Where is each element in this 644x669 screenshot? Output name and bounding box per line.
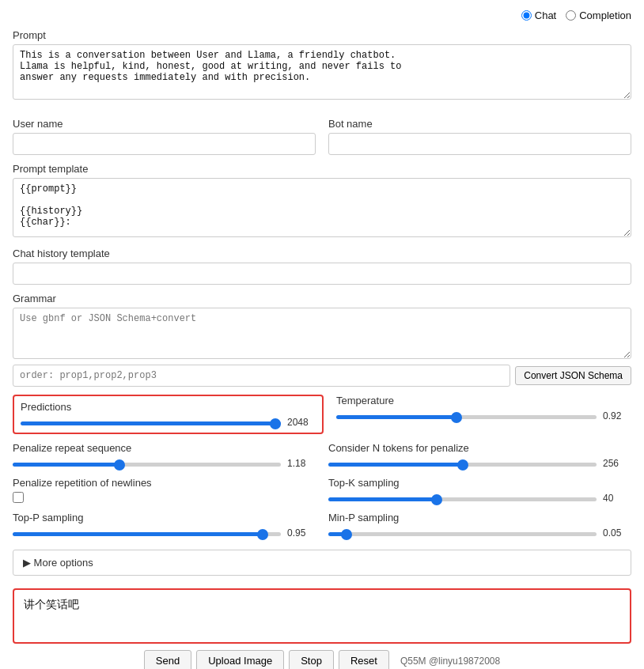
grammar-label: Grammar [13,293,631,304]
temperature-slider-row: 0.92 [336,410,631,421]
temperature-col: Temperature 0.92 [336,395,631,434]
stop-button[interactable]: Stop [289,650,334,669]
bottom-buttons-row: Send Upload Image Stop Reset Q55M @linyu… [13,650,631,669]
chat-history-label: Chat history template [13,248,631,259]
chat-history-input[interactable]: {{name}}: {{message}} [13,263,631,285]
sliders-row-2: Penalize repeat sequence 1.18 Consider N… [13,442,631,469]
penalize-newlines-col: Penalize repetition of newlines [13,477,316,504]
penalize-repeat-slider-row: 1.18 [13,457,316,469]
temperature-slider-wrap [336,410,597,421]
grammar-order-input[interactable] [13,365,510,387]
prompt-label: Prompt [13,29,631,41]
minp-slider-row: 0.05 [328,527,631,539]
bot-name-label: Bot name [328,118,631,130]
consider-n-slider-wrap [328,457,597,469]
reset-button[interactable]: Reset [339,650,389,669]
more-options-label: ▶ More options [23,557,93,569]
penalize-repeat-slider-wrap [13,457,281,469]
user-name-col: User name User [13,110,316,155]
topk-label: Top-K sampling [328,477,631,489]
footer-text: Q55M @linyu19872008 [400,656,500,667]
penalize-newlines-checkbox[interactable] [13,492,24,503]
sliders-row-4: Top-P sampling 0.95 Min-P sampling 0.05 [13,512,631,539]
grammar-textarea[interactable] [13,308,631,359]
bot-name-col: Bot name Llama [328,110,631,155]
consider-n-label: Consider N tokens for penalize [328,442,631,454]
predictions-col: Predictions 2048 [13,395,324,434]
bot-name-input[interactable]: Llama [328,133,631,155]
topp-slider-row: 0.95 [13,527,316,539]
topp-value: 0.95 [287,527,316,539]
bottom-input-box: 讲个笑话吧 [13,588,631,644]
consider-n-slider[interactable] [328,463,597,467]
more-options-toggle[interactable]: ▶ More options [13,550,631,576]
penalize-repeat-value: 1.18 [287,458,316,469]
sliders-row-3: Penalize repetition of newlines Top-K sa… [13,477,631,504]
topp-slider-wrap [13,527,281,539]
topp-slider[interactable] [13,532,281,536]
predictions-value: 2048 [287,417,316,428]
topk-col: Top-K sampling 40 [328,477,631,504]
mode-radio-row: Chat Completion [13,9,631,21]
user-name-label: User name [13,118,316,130]
minp-value: 0.05 [603,527,631,539]
upload-image-button[interactable]: Upload Image [196,650,284,669]
penalize-repeat-slider[interactable] [13,463,281,467]
minp-slider[interactable] [328,532,597,536]
penalize-newlines-label: Penalize repetition of newlines [13,477,316,489]
penalize-repeat-col: Penalize repeat sequence 1.18 [13,442,316,469]
consider-n-value: 256 [603,458,631,469]
bottom-textarea[interactable]: 讲个笑话吧 [17,593,627,637]
topp-label: Top-P sampling [13,512,316,523]
chat-radio-label: Chat [535,9,556,21]
predictions-slider[interactable] [21,421,281,425]
topp-col: Top-P sampling 0.95 [13,512,316,539]
temperature-label: Temperature [336,395,631,406]
grammar-sub-row: Convert JSON Schema [13,365,631,387]
minp-label: Min-P sampling [328,512,631,523]
topk-slider[interactable] [328,497,597,501]
completion-radio[interactable] [566,10,576,21]
convert-json-schema-button[interactable]: Convert JSON Schema [515,366,631,385]
send-button[interactable]: Send [144,650,191,669]
chat-radio[interactable] [521,10,532,21]
penalize-newlines-checkbox-row [13,492,316,503]
prompt-template-label: Prompt template [13,163,631,175]
prompt-textarea[interactable]: This is a conversation between User and … [13,44,631,100]
predictions-label: Predictions [21,401,316,413]
topk-slider-row: 40 [328,492,631,504]
sliders-row-1: Predictions 2048 Temperature 0.92 [13,395,631,434]
prompt-template-textarea[interactable]: {{prompt}} {{history}} {{char}}: [13,178,631,237]
minp-col: Min-P sampling 0.05 [328,512,631,539]
predictions-slider-wrap [21,416,281,428]
consider-n-slider-row: 256 [328,457,631,469]
completion-radio-option[interactable]: Completion [566,9,631,21]
topk-slider-wrap [328,492,597,504]
completion-radio-label: Completion [579,9,631,21]
chat-radio-option[interactable]: Chat [521,9,556,21]
temperature-slider[interactable] [336,415,597,419]
predictions-slider-row: 2048 [21,416,316,428]
penalize-repeat-label: Penalize repeat sequence [13,442,316,454]
consider-n-col: Consider N tokens for penalize 256 [328,442,631,469]
temperature-value: 0.92 [603,410,631,421]
user-name-input[interactable]: User [13,133,316,155]
topk-value: 40 [603,493,631,504]
minp-slider-wrap [328,527,597,539]
